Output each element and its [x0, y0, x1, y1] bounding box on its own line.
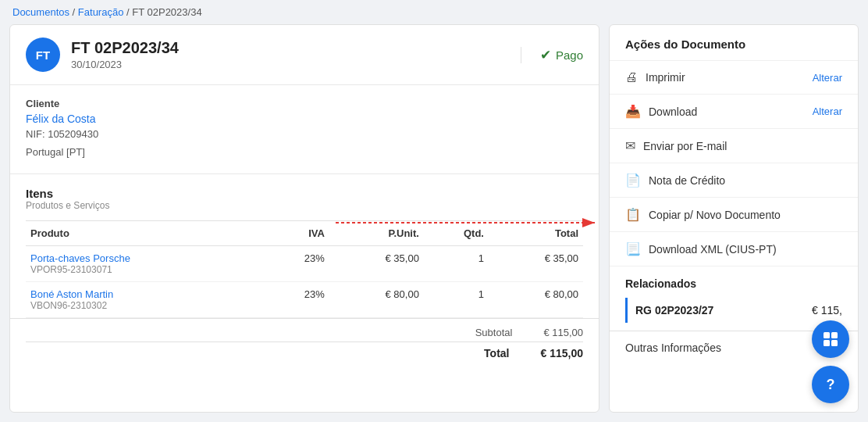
fab-grid-button[interactable] — [812, 320, 849, 358]
status-label: Pago — [556, 48, 583, 62]
doc-date: 30/10/2023 — [71, 59, 505, 70]
action-imprimir-link[interactable]: Alterar — [813, 72, 842, 84]
related-doc: RG 02P2023/27 — [635, 304, 713, 316]
client-label: Cliente — [26, 98, 583, 109]
client-nif: NIF: 105209430 — [26, 127, 583, 143]
related-section: Relacionados RG 02P2023/27 € 115, — [610, 266, 858, 323]
fab-container: ? — [812, 320, 849, 403]
item-total: € 35,00 — [489, 245, 583, 281]
svg-rect-5 — [831, 340, 838, 346]
subtotal-label: Subtotal — [475, 327, 513, 338]
action-copiar[interactable]: 📋 Copiar p/ Novo Documento — [610, 198, 858, 232]
breadcrumb-current: FT 02P2023/34 — [132, 6, 201, 18]
table-row: Porta-chaves Porsche VPOR95-23103071 23%… — [26, 245, 583, 281]
copy-icon: 📋 — [625, 207, 641, 222]
col-iva: IVA — [265, 220, 329, 245]
totals-section: Subtotal € 115,00 Total € 115,00 — [10, 318, 599, 370]
items-table: Produto IVA P.Unit. Qtd. Total Porta-cha… — [26, 220, 583, 318]
action-download[interactable]: 📥 Download Alterar — [610, 95, 858, 129]
items-header: Itens Produtos e Serviços — [26, 187, 583, 211]
item-name[interactable]: Boné Aston Martin — [30, 288, 260, 300]
action-download-link[interactable]: Alterar — [813, 106, 842, 117]
item-code: VBON96-2310302 — [30, 300, 260, 311]
outras-label: Outras Informações — [625, 342, 721, 354]
items-title: Itens — [26, 187, 583, 200]
doc-header: FT FT 02P2023/34 30/10/2023 ✔ Pago — [10, 25, 599, 85]
col-punit: P.Unit. — [329, 220, 424, 245]
svg-rect-3 — [831, 332, 838, 338]
panel-title: Ações do Documento — [610, 25, 858, 61]
action-nota-credito-label: Nota de Crédito — [649, 174, 725, 187]
total-value: € 115,00 — [541, 347, 584, 359]
svg-rect-2 — [824, 332, 830, 338]
left-panel: FT FT 02P2023/34 30/10/2023 ✔ Pago Clien… — [9, 24, 599, 413]
client-name[interactable]: Félix da Costa — [26, 113, 583, 125]
subtotal-row: Subtotal € 115,00 — [26, 327, 583, 338]
item-product: Boné Aston Martin VBON96-2310302 — [26, 281, 265, 317]
action-xml-label: Download XML (CIUS-PT) — [649, 243, 777, 256]
table-row: Boné Aston Martin VBON96-2310302 23% € 8… — [26, 281, 583, 317]
breadcrumb: Documentos / Faturação / FT 02P2023/34 — [0, 0, 868, 24]
item-total: € 80,00 — [489, 281, 583, 317]
item-qtd: 1 — [424, 245, 489, 281]
item-qtd: 1 — [424, 281, 489, 317]
download-icon: 📥 — [625, 104, 641, 119]
item-name[interactable]: Porta-chaves Porsche — [30, 252, 260, 264]
check-circle-icon: ✔ — [540, 47, 551, 63]
col-total: Total — [489, 220, 583, 245]
item-punit: € 35,00 — [329, 245, 424, 281]
breadcrumb-faturacao[interactable]: Faturação — [78, 6, 124, 18]
item-punit: € 80,00 — [329, 281, 424, 317]
related-amount: € 115, — [812, 304, 842, 316]
email-icon: ✉ — [625, 138, 635, 153]
action-email-label: Enviar por E-mail — [643, 140, 727, 152]
item-iva: 23% — [265, 281, 329, 317]
subtotal-value: € 115,00 — [543, 327, 583, 338]
doc-title: FT 02P2023/34 — [71, 39, 505, 57]
doc-avatar: FT — [26, 38, 60, 72]
action-copiar-label: Copiar p/ Novo Documento — [649, 209, 781, 221]
page-wrapper: Documentos / Faturação / FT 02P2023/34 F… — [0, 0, 868, 422]
doc-status: ✔ Pago — [521, 47, 583, 63]
action-email[interactable]: ✉ Enviar por E-mail — [610, 129, 858, 163]
xml-icon: 📃 — [625, 241, 641, 256]
total-label: Total — [484, 347, 509, 359]
nota-credito-icon: 📄 — [625, 173, 641, 188]
action-imprimir[interactable]: 🖨 Imprimir Alterar — [610, 61, 858, 95]
related-title: Relacionados — [625, 277, 842, 290]
items-section: Itens Produtos e Serviços Produto IVA P.… — [10, 174, 599, 318]
related-item[interactable]: RG 02P2023/27 € 115, — [625, 298, 842, 323]
col-product: Produto — [26, 220, 265, 245]
breadcrumb-documentos[interactable]: Documentos — [12, 6, 69, 18]
item-code: VPOR95-23103071 — [30, 264, 260, 275]
item-iva: 23% — [265, 245, 329, 281]
action-imprimir-label: Imprimir — [646, 71, 685, 84]
print-icon: 🖨 — [625, 70, 638, 84]
main-content: FT FT 02P2023/34 30/10/2023 ✔ Pago Clien… — [0, 24, 868, 422]
doc-title-group: FT 02P2023/34 30/10/2023 — [71, 39, 505, 70]
total-row: Total € 115,00 — [26, 342, 583, 359]
grid-icon — [822, 331, 839, 348]
action-nota-credito[interactable]: 📄 Nota de Crédito — [610, 163, 858, 198]
fab-help-button[interactable]: ? — [812, 366, 849, 403]
client-section: Cliente Félix da Costa NIF: 105209430 Po… — [10, 85, 599, 174]
svg-rect-4 — [824, 340, 830, 346]
action-download-xml[interactable]: 📃 Download XML (CIUS-PT) — [610, 232, 858, 266]
action-download-label: Download — [649, 106, 697, 118]
items-subtitle: Produtos e Serviços — [26, 200, 583, 211]
col-qtd: Qtd. — [424, 220, 489, 245]
help-label: ? — [827, 377, 835, 393]
client-country: Portugal [PT] — [26, 145, 583, 161]
item-product: Porta-chaves Porsche VPOR95-23103071 — [26, 245, 265, 281]
